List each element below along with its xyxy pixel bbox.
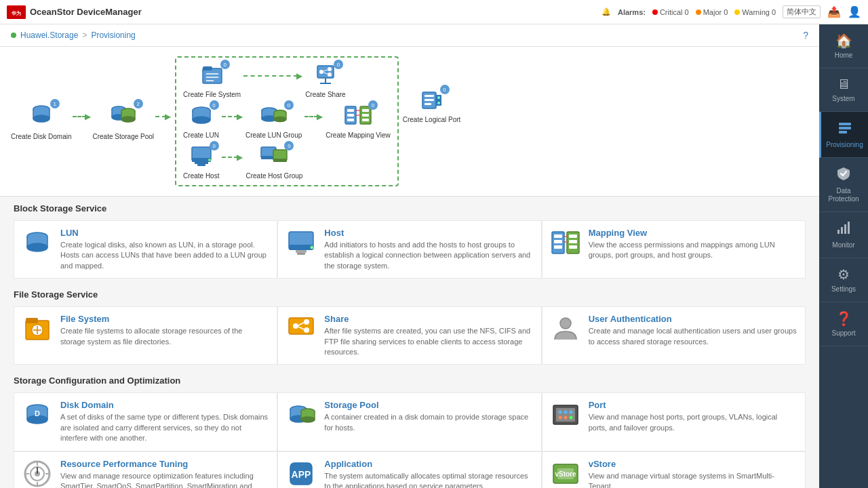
arrow6: ▶ bbox=[222, 152, 243, 162]
wf-step-file-system[interactable]: 0 Create File System bbox=[183, 63, 241, 98]
svg-point-125 bbox=[564, 416, 567, 420]
svg-text:华为: 华为 bbox=[11, 10, 21, 16]
card-vstore[interactable]: vStore vStore View and manage virtual st… bbox=[542, 451, 806, 488]
user-auth-card-icon bbox=[551, 314, 580, 344]
right-workflow: 0 Create Logical Port bbox=[403, 88, 461, 127]
wf-step-mapping-view[interactable]: 0 Create Mapping View bbox=[326, 104, 390, 139]
port-card-desc: View and manage host ports, port groups,… bbox=[589, 412, 797, 433]
svg-rect-96 bbox=[289, 318, 313, 334]
svg-point-98 bbox=[304, 319, 309, 325]
card-share[interactable]: Share After file systems are created, yo… bbox=[277, 306, 541, 365]
user-icon[interactable]: 👤 bbox=[848, 5, 861, 18]
port-card-name: Port bbox=[589, 400, 797, 410]
disk-domain-card-text: Disk Domain A set of disks of the same t… bbox=[60, 400, 269, 443]
sidebar-item-system[interactable]: 🖥 System bbox=[819, 68, 868, 112]
breadcrumb: Huawei.Storage > Provisioning ? bbox=[0, 24, 819, 47]
svg-point-44 bbox=[274, 117, 286, 122]
share-badge: 0 bbox=[334, 60, 343, 69]
file-system-card-desc: Create file systems to allocate storage … bbox=[60, 326, 269, 347]
svg-rect-86 bbox=[569, 235, 577, 238]
wf-step-logical-port[interactable]: 0 Create Logical Port bbox=[403, 88, 461, 123]
mapping-view-icon bbox=[344, 104, 372, 127]
application-card-text: Application The system automatically all… bbox=[324, 459, 532, 488]
resource-perf-card-icon bbox=[22, 459, 52, 488]
svg-rect-146 bbox=[839, 131, 847, 134]
svg-rect-149 bbox=[844, 224, 846, 234]
critical-label: Critical bbox=[660, 8, 683, 16]
svg-point-34 bbox=[193, 117, 210, 123]
svg-point-99 bbox=[304, 327, 309, 333]
wf-row-filesystem: 0 Create File System ▶ bbox=[183, 63, 391, 98]
host-icon-wrap: 0 bbox=[189, 144, 214, 169]
critical-count: 0 bbox=[685, 8, 689, 16]
sidebar-item-data-protection[interactable]: Data Protection bbox=[819, 158, 868, 212]
card-host[interactable]: Host Add initiators to hosts and add the… bbox=[277, 220, 541, 279]
support-icon: ❓ bbox=[835, 310, 852, 327]
huawei-logo-icon: 华为 bbox=[7, 5, 26, 19]
breadcrumb-current[interactable]: Provisioning bbox=[91, 30, 135, 40]
svg-rect-46 bbox=[347, 109, 354, 112]
logical-port-badge: 0 bbox=[440, 85, 450, 94]
sidebar-item-monitor[interactable]: Monitor bbox=[819, 212, 868, 258]
file-system-card-name: File System bbox=[60, 314, 269, 324]
file-storage-title: File Storage Service bbox=[14, 289, 806, 300]
sidebar-item-settings[interactable]: ⚙ Settings bbox=[819, 258, 868, 302]
logical-port-icon-wrap: 0 bbox=[420, 88, 444, 113]
resource-perf-card-text: Resource Performance Tuning View and man… bbox=[60, 459, 269, 488]
wf-step-host-group[interactable]: 0 Create Host Group bbox=[245, 144, 302, 180]
warning-alarm[interactable]: Warning 0 bbox=[734, 8, 776, 16]
wf-step-disk-domain[interactable]: 1 Create Disk Domain bbox=[11, 102, 71, 140]
wf-step-host[interactable]: 0 Create Host bbox=[183, 144, 219, 180]
sidebar-item-support[interactable]: ❓ Support bbox=[819, 302, 868, 346]
language-selector[interactable]: 简体中文 bbox=[783, 5, 821, 18]
svg-point-78 bbox=[311, 246, 314, 249]
svg-rect-145 bbox=[839, 127, 851, 129]
header: 华为 OceanStor DeviceManager 🔔 Alarms: Cri… bbox=[0, 0, 868, 24]
host-card-text: Host Add initiators to hosts and add the… bbox=[324, 228, 532, 271]
bell-icon[interactable]: 🔔 bbox=[601, 7, 611, 16]
svg-rect-84 bbox=[554, 245, 562, 249]
sidebar-provisioning-label: Provisioning bbox=[826, 141, 863, 149]
wf-step-storage-pool[interactable]: 2 Create Storage Pool bbox=[92, 102, 154, 140]
svg-point-118 bbox=[301, 417, 315, 422]
breadcrumb-storage[interactable]: Huawei.Storage bbox=[20, 30, 78, 40]
critical-alarm[interactable]: Critical 0 bbox=[652, 8, 689, 16]
card-port[interactable]: Port View and manage host ports, port gr… bbox=[542, 392, 806, 451]
vstore-card-desc: View and manage virtual storage systems … bbox=[589, 471, 797, 488]
system-icon: 🖥 bbox=[837, 77, 850, 92]
port-card-text: Port View and manage host ports, port gr… bbox=[589, 400, 797, 433]
major-alarm[interactable]: Major 0 bbox=[696, 8, 728, 16]
wf-step-lun-group[interactable]: 0 Create LUN Group bbox=[245, 104, 302, 139]
card-file-system[interactable]: File System Create file systems to alloc… bbox=[14, 306, 277, 365]
svg-rect-48 bbox=[347, 119, 354, 121]
card-disk-domain[interactable]: D Disk Domain A set of disks of the same… bbox=[14, 392, 277, 451]
card-mapping-view[interactable]: Mapping View View the access permissions… bbox=[542, 220, 806, 279]
wf-step-lun[interactable]: 0 Create LUN bbox=[183, 104, 219, 139]
wf-step-share[interactable]: 0 Create Share bbox=[305, 63, 345, 98]
help-icon[interactable]: ? bbox=[803, 30, 808, 41]
user-auth-card-name: User Authentication bbox=[589, 314, 797, 324]
svg-rect-47 bbox=[347, 114, 354, 117]
logical-port-label: Create Logical Port bbox=[403, 116, 461, 123]
sidebar-item-home[interactable]: 🏠 Home bbox=[819, 24, 868, 68]
card-lun[interactable]: LUN Create logical disks, also known as … bbox=[14, 220, 277, 279]
disk-domain-badge: 1 bbox=[50, 99, 60, 108]
svg-point-6 bbox=[33, 115, 50, 122]
disk-domain-card-name: Disk Domain bbox=[60, 400, 269, 410]
svg-rect-63 bbox=[273, 159, 287, 162]
lun-card-text: LUN Create logical disks, also known as … bbox=[60, 228, 269, 271]
host-badge: 0 bbox=[210, 141, 219, 150]
svg-point-16 bbox=[121, 117, 135, 122]
svg-rect-82 bbox=[554, 235, 562, 238]
export-icon[interactable]: 📤 bbox=[827, 5, 841, 18]
card-user-auth[interactable]: User Authentication Create and manage lo… bbox=[542, 306, 806, 365]
workflow-section: 1 Create Disk Domain ▶ bbox=[0, 47, 819, 197]
sidebar-item-provisioning[interactable]: Provisioning bbox=[819, 112, 868, 158]
host-group-badge: 0 bbox=[284, 141, 294, 150]
card-resource-perf[interactable]: Resource Performance Tuning View and man… bbox=[14, 451, 277, 488]
file-system-badge: 0 bbox=[220, 60, 230, 69]
share-icon-wrap: 0 bbox=[313, 63, 338, 88]
svg-point-122 bbox=[564, 411, 567, 414]
card-application[interactable]: APP Application The system automatically… bbox=[277, 451, 541, 488]
card-storage-pool[interactable]: Storage Pool A container created in a di… bbox=[277, 392, 541, 451]
